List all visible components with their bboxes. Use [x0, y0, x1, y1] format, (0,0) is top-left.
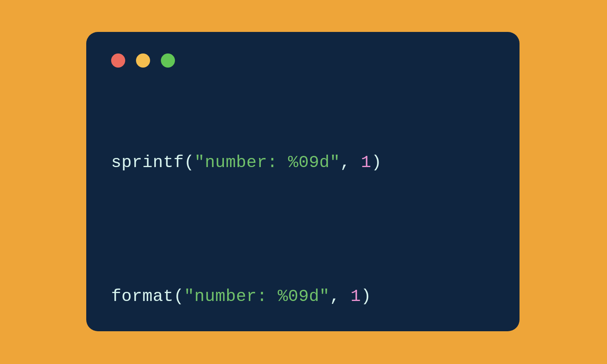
open-paren: ( — [184, 153, 194, 172]
comma: , — [340, 153, 350, 172]
close-icon[interactable] — [111, 53, 125, 68]
code-line-2: format("number: %09d", 1) — [111, 286, 495, 308]
close-paren: ) — [371, 153, 382, 172]
code-block: sprintf("number: %09d", 1) format("numbe… — [111, 107, 495, 364]
string-literal: "number: %09d" — [184, 287, 330, 306]
number-literal: 1 — [350, 287, 361, 306]
window-controls — [111, 53, 495, 68]
number-literal: 1 — [361, 153, 371, 172]
close-paren: ) — [361, 287, 371, 306]
maximize-icon[interactable] — [161, 53, 175, 68]
function-name: format — [111, 287, 174, 306]
string-literal: "number: %09d" — [194, 153, 340, 172]
open-paren: ( — [174, 287, 184, 306]
comma: , — [330, 287, 340, 306]
code-window: sprintf("number: %09d", 1) format("numbe… — [86, 32, 520, 331]
function-name: sprintf — [111, 153, 184, 172]
minimize-icon[interactable] — [136, 53, 150, 68]
code-line-1: sprintf("number: %09d", 1) — [111, 152, 495, 174]
